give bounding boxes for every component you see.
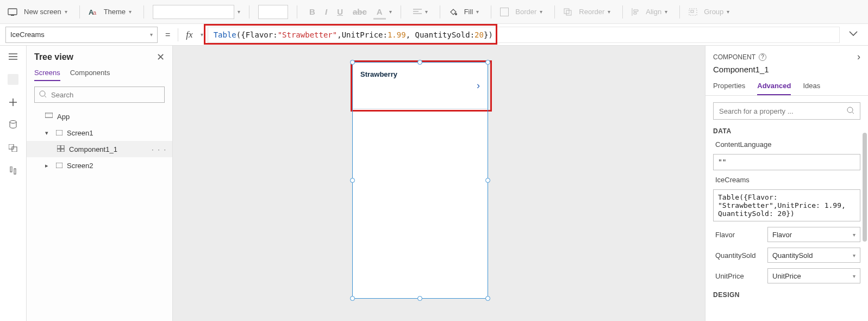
data-rail-button[interactable] <box>8 120 18 131</box>
font-family-select[interactable] <box>153 5 234 19</box>
insert-rail-button[interactable] <box>8 97 18 108</box>
border-color-swatch[interactable] <box>500 8 509 16</box>
equals-sign: = <box>162 30 173 40</box>
border-button[interactable]: Border ▾ <box>512 5 546 18</box>
divider <box>79 5 80 18</box>
chevron-down-icon[interactable]: ▾ <box>201 32 203 38</box>
tok: Table <box>214 30 236 39</box>
font-color-button[interactable]: A <box>373 5 386 18</box>
svg-rect-19 <box>61 145 64 149</box>
tok: 1.99 <box>388 30 406 39</box>
tab-ideas[interactable]: Ideas <box>803 78 820 95</box>
tok: ({Flavor: <box>236 30 278 39</box>
svg-rect-22 <box>56 163 63 168</box>
tab-properties[interactable]: Properties <box>713 78 745 95</box>
reorder-button[interactable]: Reorder ▾ <box>576 5 614 18</box>
svg-point-23 <box>847 107 853 113</box>
tree-node-screen2[interactable]: ▸ Screen2 <box>27 157 172 174</box>
fill-button[interactable]: Fill ▾ <box>461 5 483 18</box>
tab-screens[interactable]: Screens <box>34 69 60 81</box>
formula-input[interactable]: Table({Flavor: "Strawbetter",UnitPrice: … <box>208 27 840 43</box>
tree-node-app[interactable]: App <box>27 108 172 125</box>
canvas[interactable]: Strawberry › <box>173 46 705 321</box>
chevron-down-icon: ▾ <box>727 9 729 15</box>
resize-handle[interactable] <box>485 178 490 183</box>
resize-handle[interactable] <box>485 296 490 301</box>
unitprice-select[interactable]: UnitPrice ▾ <box>767 268 860 283</box>
expand-formula-button[interactable] <box>844 30 863 39</box>
divider <box>440 5 440 18</box>
tree-app-label: App <box>57 113 70 121</box>
tree-view-title: Tree view <box>34 52 73 62</box>
media-rail-button[interactable] <box>8 143 18 153</box>
tree-node-label: Screen1 <box>67 129 93 137</box>
top-toolbar: New screen ▾ Aa Theme ▾ ▾ B I U abc A ▾ … <box>0 0 868 24</box>
main-area: Tree view ✕ Screens Components Search Ap… <box>0 46 868 321</box>
search-icon <box>847 107 854 116</box>
tree-node-label: Component1_1 <box>69 145 117 153</box>
align-obj-icon <box>632 8 639 16</box>
chevron-down-icon: ▾ <box>476 9 479 15</box>
resize-handle[interactable] <box>350 60 355 65</box>
tok: }) <box>484 30 493 39</box>
tab-components[interactable]: Components <box>70 69 110 81</box>
chevron-down-icon: ▾ <box>238 9 240 15</box>
flavor-select[interactable]: Flavor ▾ <box>767 227 860 242</box>
tools-rail-button[interactable] <box>8 165 18 176</box>
tree-node-component1[interactable]: Component1_1 · · · <box>27 141 172 157</box>
divider <box>622 5 623 18</box>
italic-button[interactable]: I <box>322 5 330 18</box>
close-icon[interactable]: ✕ <box>157 51 165 63</box>
resize-handle[interactable] <box>417 60 422 65</box>
theme-button[interactable]: Theme ▾ <box>101 5 135 18</box>
tree-view-rail-button[interactable] <box>8 74 18 85</box>
divider <box>401 5 401 18</box>
reorder-icon <box>564 8 572 16</box>
chevron-down-icon: ▾ <box>65 9 67 15</box>
content-language-label: ContentLanguage <box>713 140 860 149</box>
resize-handle[interactable] <box>350 178 355 183</box>
resize-handle[interactable] <box>417 296 422 301</box>
icecreams-input[interactable]: Table({Flavor: "Strawbetter",UnitPrice: … <box>713 189 860 221</box>
property-search-input[interactable]: Search for a property ... <box>713 102 860 120</box>
svg-text:a: a <box>93 9 97 16</box>
component-preview[interactable]: Strawberry › <box>352 62 488 299</box>
tree-node-screen1[interactable]: ▾ Screen1 <box>27 125 172 141</box>
component-name: Component1_1 <box>705 65 868 78</box>
component-icon <box>57 145 65 153</box>
svg-point-14 <box>40 91 45 96</box>
resize-handle[interactable] <box>350 296 355 301</box>
chevron-down-icon: ▾ <box>389 9 392 15</box>
scrollbar-thumb[interactable] <box>863 133 867 242</box>
tab-advanced[interactable]: Advanced <box>757 78 791 95</box>
resize-handle[interactable] <box>485 60 490 65</box>
divider <box>143 5 144 18</box>
content-language-input[interactable]: "" <box>713 154 860 170</box>
chevron-right-icon[interactable]: › <box>857 51 860 63</box>
tree-search-input[interactable]: Search <box>34 87 165 103</box>
help-icon[interactable]: ? <box>759 53 766 61</box>
align-button[interactable]: Align ▾ <box>642 5 671 18</box>
border-label: Border <box>515 8 536 16</box>
svg-point-4 <box>455 13 457 15</box>
bold-button[interactable]: B <box>306 5 319 18</box>
new-screen-label: New screen <box>24 8 61 16</box>
chevron-down-icon: ▾ <box>425 9 428 15</box>
icecreams-label: IceCreams <box>713 176 860 184</box>
font-size-input[interactable] <box>258 5 288 19</box>
hamburger-icon[interactable] <box>8 51 18 62</box>
theme-label: Theme <box>104 8 126 16</box>
quantity-select[interactable]: QuantitySold ▾ <box>767 248 860 263</box>
chevron-down-icon: ▾ <box>129 9 132 15</box>
group-button[interactable]: Group ▾ <box>701 5 733 18</box>
new-screen-button[interactable]: New screen ▾ <box>21 5 71 18</box>
group-label: Group <box>704 8 723 16</box>
svg-rect-0 <box>8 9 17 15</box>
align-text-button[interactable]: ▾ <box>410 7 431 17</box>
more-icon[interactable]: · · · <box>152 145 167 153</box>
svg-rect-20 <box>57 149 60 152</box>
strike-button[interactable]: abc <box>349 5 370 18</box>
underline-button[interactable]: U <box>334 5 346 18</box>
section-data: DATA <box>713 125 860 135</box>
property-select[interactable]: IceCreams ▾ <box>5 27 158 43</box>
